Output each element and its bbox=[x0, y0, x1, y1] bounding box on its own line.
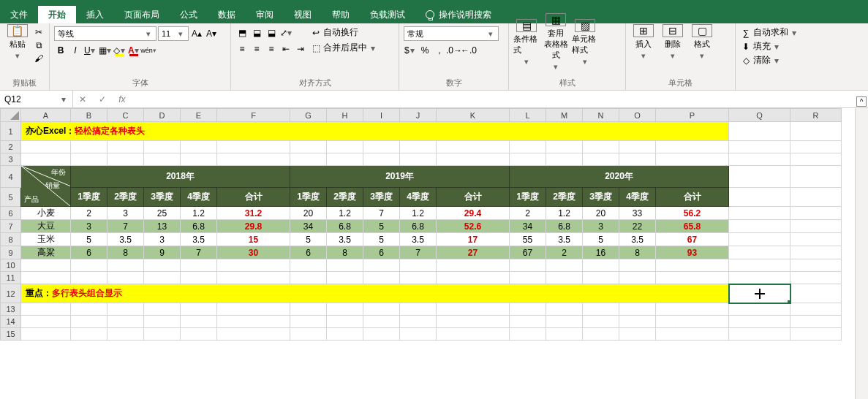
fx-icon[interactable]: fx bbox=[118, 94, 125, 104]
underline-icon[interactable]: U▾ bbox=[83, 44, 97, 57]
data-cell[interactable]: 6 bbox=[71, 246, 107, 259]
row-header[interactable]: 6 bbox=[1, 207, 21, 220]
data-cell[interactable]: 5 bbox=[363, 220, 400, 233]
data-cell[interactable]: 34 bbox=[510, 220, 546, 233]
data-cell[interactable]: 56.2 bbox=[656, 207, 729, 220]
tab-页面布局[interactable]: 页面布局 bbox=[114, 6, 170, 23]
tab-审阅[interactable]: 审阅 bbox=[246, 6, 284, 23]
data-cell[interactable]: 3.5 bbox=[400, 233, 437, 246]
fill-color-icon[interactable]: ◇▾ bbox=[113, 44, 126, 57]
row-header[interactable]: 1 bbox=[1, 122, 21, 141]
data-cell[interactable]: 2 bbox=[546, 246, 583, 259]
data-cell[interactable]: 93 bbox=[656, 246, 729, 259]
data-cell[interactable]: 3 bbox=[583, 220, 619, 233]
data-cell[interactable]: 29.8 bbox=[217, 220, 290, 233]
insert-cells-button[interactable]: ⊞插入▾ bbox=[630, 26, 657, 58]
col-header[interactable]: J bbox=[400, 109, 437, 122]
row-header[interactable]: 15 bbox=[1, 328, 21, 341]
select-all-corner[interactable] bbox=[1, 109, 21, 122]
name-box[interactable]: Q12▾ bbox=[0, 91, 73, 107]
format-as-table-button[interactable]: ▦套用 表格格式▾ bbox=[543, 26, 569, 58]
wrap-text-button[interactable]: ↩自动换行 bbox=[310, 26, 377, 39]
col-header[interactable]: Q bbox=[729, 109, 790, 122]
clear-button[interactable]: ◇清除▾ bbox=[740, 54, 781, 66]
data-cell[interactable]: 25 bbox=[144, 207, 181, 220]
italic-icon[interactable]: I bbox=[69, 44, 82, 57]
col-header[interactable]: P bbox=[656, 109, 729, 122]
data-cell[interactable]: 29.4 bbox=[437, 207, 510, 220]
data-cell[interactable]: 22 bbox=[619, 220, 656, 233]
row-header[interactable]: 2 bbox=[1, 141, 21, 153]
data-cell[interactable]: 34 bbox=[290, 220, 327, 233]
collapse-ribbon-button[interactable]: ^ bbox=[856, 96, 867, 107]
paste-button[interactable]: 📋 粘贴 ▾ bbox=[4, 26, 30, 58]
indent-inc-icon[interactable]: ⇥ bbox=[294, 42, 307, 56]
col-header[interactable]: D bbox=[144, 109, 181, 122]
font-color-icon[interactable]: A▾ bbox=[127, 44, 140, 57]
tab-负载测试[interactable]: 负载测试 bbox=[360, 6, 415, 23]
decrease-font-icon[interactable]: A▾ bbox=[205, 27, 218, 40]
row-header[interactable]: 9 bbox=[1, 246, 21, 259]
row-header[interactable]: 7 bbox=[1, 220, 21, 233]
indent-dec-icon[interactable]: ⇤ bbox=[279, 42, 293, 56]
data-cell[interactable]: 27 bbox=[437, 246, 510, 259]
data-cell[interactable]: 52.6 bbox=[437, 220, 510, 233]
col-header[interactable]: H bbox=[327, 109, 363, 122]
data-cell[interactable]: 17 bbox=[437, 233, 510, 246]
col-header[interactable]: C bbox=[107, 109, 144, 122]
data-cell[interactable]: 7 bbox=[107, 220, 144, 233]
col-header[interactable]: E bbox=[181, 109, 217, 122]
data-cell[interactable]: 3.5 bbox=[619, 233, 656, 246]
formula-input[interactable] bbox=[132, 91, 868, 107]
increase-font-icon[interactable]: A▴ bbox=[190, 27, 203, 40]
bold-icon[interactable]: B bbox=[54, 44, 67, 57]
number-format-combo[interactable]: 常规▾ bbox=[404, 26, 499, 41]
align-left-icon[interactable]: ≡ bbox=[235, 42, 249, 56]
border-icon[interactable]: ▦▾ bbox=[98, 44, 111, 57]
format-painter-icon[interactable]: 🖌 bbox=[33, 53, 45, 64]
font-size-combo[interactable]: 11▾ bbox=[158, 26, 189, 41]
col-header[interactable]: K bbox=[437, 109, 510, 122]
merge-center-button[interactable]: ⬚合并后居中▾ bbox=[310, 42, 377, 54]
data-cell[interactable]: 5 bbox=[71, 233, 107, 246]
inc-decimal-icon[interactable]: .0→ bbox=[448, 44, 461, 57]
align-right-icon[interactable]: ≡ bbox=[265, 42, 278, 56]
col-header[interactable]: B bbox=[71, 109, 107, 122]
cell-styles-button[interactable]: ▨单元格样式▾ bbox=[572, 26, 598, 58]
data-cell[interactable]: 30 bbox=[217, 246, 290, 259]
align-center-icon[interactable]: ≡ bbox=[250, 42, 263, 56]
tab-文件[interactable]: 文件 bbox=[0, 6, 38, 23]
data-cell[interactable]: 67 bbox=[510, 246, 546, 259]
cut-icon[interactable]: ✂ bbox=[33, 26, 45, 38]
row-header[interactable]: 5 bbox=[1, 188, 21, 207]
data-cell[interactable]: 3 bbox=[144, 233, 181, 246]
data-cell[interactable]: 3 bbox=[71, 220, 107, 233]
data-cell[interactable]: 31.2 bbox=[217, 207, 290, 220]
orientation-icon[interactable]: ⤢▾ bbox=[279, 26, 293, 39]
row-header[interactable]: 4 bbox=[1, 166, 21, 188]
tell-me-search[interactable]: 操作说明搜索 bbox=[415, 6, 502, 23]
row-header[interactable]: 12 bbox=[1, 284, 21, 303]
data-cell[interactable]: 8 bbox=[107, 246, 144, 259]
delete-cells-button[interactable]: ⊟删除▾ bbox=[660, 26, 686, 58]
data-cell[interactable]: 6.8 bbox=[400, 220, 437, 233]
phonetic-icon[interactable]: wén▾ bbox=[142, 44, 155, 57]
accounting-icon[interactable]: $▾ bbox=[404, 44, 417, 57]
col-header[interactable]: O bbox=[619, 109, 656, 122]
fill-button[interactable]: ⬇填充▾ bbox=[740, 40, 781, 53]
tab-插入[interactable]: 插入 bbox=[76, 6, 114, 23]
conditional-format-button[interactable]: ▤条件格式▾ bbox=[513, 26, 540, 58]
data-cell[interactable]: 65.8 bbox=[656, 220, 729, 233]
copy-icon[interactable]: ⧉ bbox=[33, 39, 45, 51]
row-header[interactable]: 10 bbox=[1, 259, 21, 272]
spreadsheet-grid[interactable]: ABCDEFGHIJKLMNOPQR1亦心Excel：轻松搞定各种表头234年份… bbox=[0, 108, 842, 341]
data-cell[interactable]: 1.2 bbox=[400, 207, 437, 220]
data-cell[interactable]: 8 bbox=[619, 246, 656, 259]
col-header[interactable]: A bbox=[21, 109, 71, 122]
data-cell[interactable]: 3.5 bbox=[327, 233, 363, 246]
col-header[interactable]: N bbox=[583, 109, 619, 122]
row-header[interactable]: 14 bbox=[1, 316, 21, 328]
tab-帮助[interactable]: 帮助 bbox=[322, 6, 360, 23]
tab-数据[interactable]: 数据 bbox=[208, 6, 246, 23]
data-cell[interactable]: 6.8 bbox=[546, 220, 583, 233]
